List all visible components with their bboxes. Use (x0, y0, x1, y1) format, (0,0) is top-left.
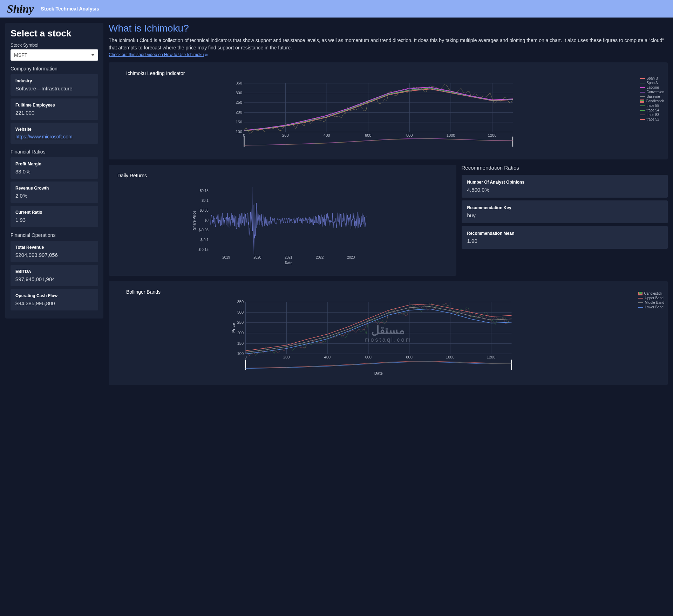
intro-block: What is Ichimoku? The Ichimoku Cloud is … (109, 23, 668, 57)
svg-text:400: 400 (324, 355, 331, 359)
company-info-card: Websitehttps://www.microsoft.com (11, 123, 98, 144)
svg-text:250: 250 (237, 320, 244, 324)
legend-item[interactable]: trace 54 (640, 108, 664, 112)
company-info-card: Fulltime Employees221,000 (11, 98, 98, 120)
recommendation-label: Number Of Analyst Opinions (467, 180, 662, 185)
svg-text:$0.1: $0.1 (202, 199, 209, 203)
bollinger-title: Bollinger Bands (126, 289, 659, 295)
financial-ratio-card: Current Ratio1.93 (11, 206, 98, 227)
svg-text:1200: 1200 (487, 355, 495, 359)
svg-text:600: 600 (365, 355, 372, 359)
svg-text:Date: Date (285, 261, 292, 265)
svg-text:2022: 2022 (316, 255, 324, 259)
financial-op-value: $204,093,997,056 (15, 252, 93, 258)
svg-text:1200: 1200 (488, 133, 497, 137)
page-description: The Ichimoku Cloud is a collection of te… (109, 37, 668, 52)
financial-ratio-label: Current Ratio (15, 210, 93, 215)
ichimoku-chart[interactable]: 100150200250300350020040060080010001200 (117, 81, 659, 151)
svg-text:200: 200 (236, 110, 242, 114)
company-info-value: 221,000 (15, 110, 93, 116)
svg-text:200: 200 (283, 355, 290, 359)
legend-item[interactable]: Lower Band (638, 305, 664, 309)
svg-text:Share Price: Share Price (192, 211, 196, 230)
svg-text:Price: Price (231, 323, 236, 333)
financial-op-card: EBITDA$97,945,001,984 (11, 265, 98, 286)
svg-text:$0: $0 (205, 218, 209, 222)
app-header: Shiny Stock Technical Analysis (0, 0, 673, 18)
financial-ratio-value: 1.93 (15, 217, 93, 223)
financial-op-value: $97,945,001,984 (15, 276, 93, 282)
financial-ratio-card: Revenue Growth2.0% (11, 182, 98, 203)
financial-op-card: Operating Cash Flow$84,385,996,800 (11, 289, 98, 310)
legend-item[interactable]: Candlestick (640, 99, 664, 103)
svg-text:200: 200 (282, 133, 289, 137)
financial-op-label: Operating Cash Flow (15, 293, 93, 298)
recommendation-card: Recommendation Keybuy (462, 200, 668, 223)
legend-item[interactable]: trace 55 (640, 104, 664, 108)
svg-text:2021: 2021 (285, 255, 293, 259)
logo: Shiny (7, 2, 34, 15)
legend-item[interactable]: Lagging (640, 85, 664, 89)
svg-text:1000: 1000 (447, 133, 455, 137)
legend-item[interactable]: Middle Band (638, 301, 664, 304)
recommendation-value: 1.90 (467, 238, 662, 244)
bollinger-chart[interactable]: 100150200250300350020040060080010001200P… (117, 300, 659, 377)
sidebar: Select a stock Stock Symbol MSFT Company… (5, 23, 103, 319)
svg-text:600: 600 (365, 133, 372, 137)
legend-item[interactable]: Upper Band (638, 296, 664, 300)
legend-item[interactable]: Span A (640, 81, 664, 85)
sidebar-heading: Select a stock (11, 28, 98, 39)
financial-ratio-card: Profit Margin33.0% (11, 157, 98, 179)
svg-text:200: 200 (237, 331, 244, 335)
financial-op-label: EBITDA (15, 269, 93, 274)
financial-ratio-value: 2.0% (15, 193, 93, 199)
ichimoku-panel: Ichimoku Leading Indicator 1001502002503… (109, 62, 668, 159)
legend-item[interactable]: Span B (640, 76, 664, 80)
svg-text:350: 350 (236, 81, 242, 85)
recommendation-label: Recommendation Key (467, 205, 662, 210)
svg-text:100: 100 (236, 130, 242, 134)
legend-item[interactable]: trace 53 (640, 113, 664, 117)
legend-item[interactable]: Candlestick (638, 292, 664, 295)
legend-item[interactable]: Baseline (640, 95, 664, 98)
company-info-link[interactable]: https://www.microsoft.com (15, 134, 73, 139)
recommendations-column: Recommendation Ratios Number Of Analyst … (462, 165, 668, 276)
page-heading: What is Ichimoku? (109, 23, 668, 34)
recommendation-label: Recommendation Mean (467, 231, 662, 236)
svg-text:100: 100 (237, 351, 244, 356)
legend-item[interactable]: Conversion (640, 90, 664, 94)
financial-ratio-label: Revenue Growth (15, 186, 93, 191)
financial-ops-title: Financial Operations (11, 232, 98, 238)
svg-text:350: 350 (237, 300, 244, 304)
svg-text:400: 400 (324, 133, 330, 137)
daily-returns-chart[interactable]: $-0.15$-0.1$-0.05$0$0.05$0.1$0.152019202… (117, 184, 448, 268)
svg-text:300: 300 (236, 91, 242, 95)
svg-text:800: 800 (406, 133, 413, 137)
legend-item[interactable]: trace 52 (640, 117, 664, 121)
bollinger-panel: Bollinger Bands 100150200250300350020040… (109, 281, 668, 385)
svg-text:2020: 2020 (253, 255, 261, 259)
company-info-title: Company Information (11, 66, 98, 71)
main-content: What is Ichimoku? The Ichimoku Cloud is … (109, 23, 668, 385)
recommendation-value: buy (467, 212, 662, 218)
recommendation-value: 4,500.0% (467, 187, 662, 193)
financial-ratio-label: Profit Margin (15, 162, 93, 166)
svg-text:800: 800 (406, 355, 412, 359)
bollinger-legend: CandlestickUpper BandMiddle BandLower Ba… (638, 292, 664, 310)
financial-op-label: Total Revenue (15, 245, 93, 250)
company-info-value: Software—Infrastructure (15, 85, 93, 91)
stock-symbol-select[interactable]: MSFT (11, 49, 98, 61)
recommendation-card: Number Of Analyst Opinions4,500.0% (462, 175, 668, 198)
financial-op-card: Total Revenue$204,093,997,056 (11, 241, 98, 262)
svg-text:1000: 1000 (446, 355, 454, 359)
svg-text:150: 150 (237, 341, 244, 345)
svg-text:2023: 2023 (347, 255, 355, 259)
svg-text:250: 250 (236, 100, 242, 104)
svg-text:300: 300 (237, 310, 244, 314)
video-link[interactable]: Check out this short video on How to Use… (109, 52, 204, 57)
svg-text:$-0.15: $-0.15 (198, 248, 209, 252)
company-info-card: IndustrySoftware—Infrastructure (11, 74, 98, 96)
financial-ratio-value: 33.0% (15, 169, 93, 174)
svg-text:$0.05: $0.05 (200, 208, 209, 212)
ichimoku-title: Ichimoku Leading Indicator (126, 70, 659, 76)
